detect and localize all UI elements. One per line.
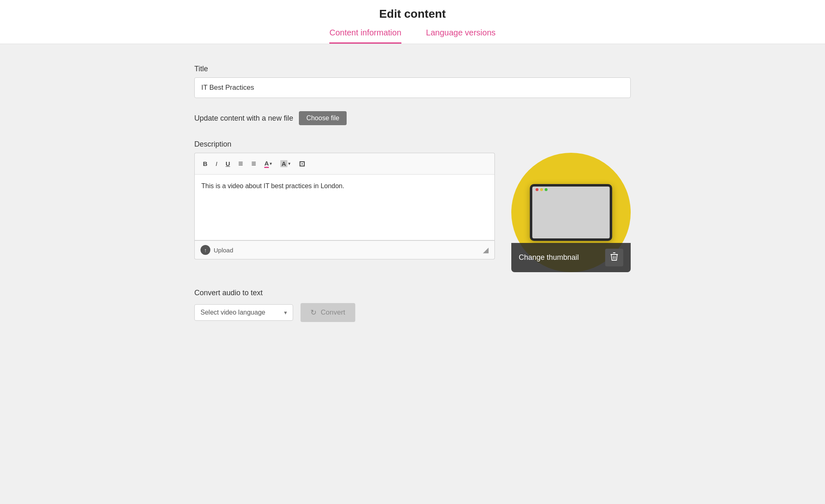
dot-red xyxy=(536,188,538,191)
editor-toolbar: B I U ≡ ≡ A ▾ A ▾ ⊡ xyxy=(194,153,495,175)
svg-rect-0 xyxy=(611,254,618,255)
title-label: Title xyxy=(194,65,631,73)
text-color-button[interactable]: A ▾ xyxy=(262,158,275,170)
choose-file-button[interactable]: Choose file xyxy=(299,111,347,125)
bullet-list-button[interactable]: ≡ xyxy=(236,157,246,170)
text-color-icon: A xyxy=(264,160,269,168)
bg-color-chevron: ▾ xyxy=(288,161,291,166)
description-label: Description xyxy=(194,140,631,149)
svg-rect-1 xyxy=(613,252,615,253)
upload-icon: ↑ xyxy=(200,245,210,255)
resize-handle: ◢ xyxy=(483,245,489,254)
numbered-list-button[interactable]: ≡ xyxy=(249,157,259,170)
delete-thumbnail-button[interactable] xyxy=(605,249,623,266)
chevron-down-icon: ▾ xyxy=(284,309,287,316)
embed-button[interactable]: ⊡ xyxy=(296,158,308,170)
file-section: Update content with a new file Choose fi… xyxy=(194,111,631,125)
thumbnail-overlay: Change thumbnail xyxy=(511,243,631,272)
file-label: Update content with a new file xyxy=(194,114,293,123)
convert-btn-label: Convert xyxy=(321,308,345,317)
title-input[interactable] xyxy=(194,77,631,98)
italic-button[interactable]: I xyxy=(213,159,220,169)
editor-footer: ↑ Upload ◢ xyxy=(194,240,495,259)
upload-label: Upload xyxy=(214,247,233,254)
page-header: Edit content Content information Languag… xyxy=(0,0,825,44)
bold-button[interactable]: B xyxy=(200,159,210,169)
dot-green xyxy=(545,188,548,191)
convert-section: Convert audio to text Select video langu… xyxy=(194,289,631,322)
bg-color-icon: A xyxy=(280,160,287,167)
language-select[interactable]: Select video language ▾ xyxy=(194,304,293,321)
page-title: Edit content xyxy=(0,7,825,28)
upload-button[interactable]: ↑ Upload xyxy=(200,245,233,255)
convert-row: Select video language ▾ ↻ Convert xyxy=(194,303,631,322)
convert-icon: ↻ xyxy=(310,308,317,317)
bg-color-button[interactable]: A ▾ xyxy=(278,159,293,169)
thumbnail-screen xyxy=(530,184,612,241)
description-section: Description B I U ≡ ≡ A ▾ A ▾ xyxy=(194,140,631,272)
trash-icon xyxy=(610,252,618,261)
title-section: Title xyxy=(194,65,631,98)
text-color-chevron: ▾ xyxy=(270,161,272,166)
convert-label: Convert audio to text xyxy=(194,289,631,297)
main-content: Title Update content with a new file Cho… xyxy=(145,44,680,347)
editor-container: B I U ≡ ≡ A ▾ A ▾ ⊡ This is a video abou… xyxy=(194,153,495,259)
change-thumbnail-button[interactable]: Change thumbnail xyxy=(519,253,579,262)
convert-button[interactable]: ↻ Convert xyxy=(301,303,355,322)
tab-language-versions[interactable]: Language versions xyxy=(426,28,496,44)
dot-yellow xyxy=(540,188,543,191)
tabs-nav: Content information Language versions xyxy=(0,28,825,44)
editor-body[interactable]: This is a video about IT best practices … xyxy=(194,175,495,240)
thumbnail-container: Change thumbnail xyxy=(511,153,631,272)
underline-button[interactable]: U xyxy=(223,159,233,169)
tab-content-information[interactable]: Content information xyxy=(329,28,401,44)
description-row: B I U ≡ ≡ A ▾ A ▾ ⊡ This is a video abou… xyxy=(194,153,631,272)
thumbnail-dots xyxy=(536,188,548,191)
language-select-placeholder: Select video language xyxy=(200,309,265,316)
